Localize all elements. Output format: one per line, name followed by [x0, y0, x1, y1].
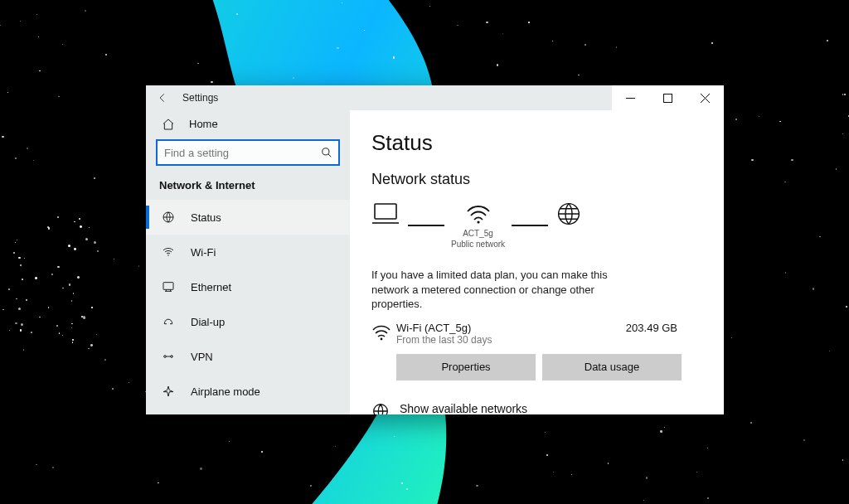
section-heading: Network status: [371, 171, 702, 188]
sidebar-item-label: VPN: [191, 351, 213, 363]
main-panel: Status Network status ACT_5g Pub: [350, 110, 724, 414]
window-controls: [612, 85, 724, 110]
search-input[interactable]: [158, 147, 315, 159]
airplane-icon: [161, 385, 176, 398]
svg-rect-8: [375, 204, 396, 219]
sidebar-item-ethernet[interactable]: Ethernet: [146, 269, 350, 304]
diagram-type: Public network: [451, 240, 505, 249]
settings-window: Settings Home: [146, 85, 724, 414]
svg-point-6: [171, 356, 173, 358]
status-icon: [161, 211, 176, 224]
show-networks-label: Show available networks: [400, 402, 579, 414]
svg-point-3: [167, 255, 168, 256]
sidebar-item-airplane[interactable]: Airplane mode: [146, 374, 350, 409]
network-diagram: ACT_5g Public network: [370, 201, 702, 250]
wifi-signal-icon: [464, 201, 492, 226]
svg-point-1: [323, 148, 329, 155]
page-title: Status: [371, 130, 702, 156]
connection-sub: From the last 30 days: [396, 334, 626, 346]
sidebar-item-label: Status: [191, 211, 221, 224]
sidebar-item-label: Airplane mode: [191, 385, 260, 398]
sidebar-item-status[interactable]: Status: [146, 200, 350, 235]
sidebar: Home Network & Internet Status: [146, 110, 350, 414]
sidebar-item-hotspot[interactable]: Mobile hotspot: [146, 409, 350, 414]
svg-point-5: [164, 356, 167, 358]
connection-name: Wi-Fi (ACT_5g): [396, 322, 626, 334]
show-networks-row[interactable]: Show available networks View the connect…: [371, 402, 702, 414]
home-icon: [161, 118, 176, 131]
dialup-icon: [161, 315, 176, 328]
back-button[interactable]: [146, 85, 179, 110]
sidebar-item-wifi[interactable]: Wi-Fi: [146, 235, 350, 269]
sidebar-heading: Network & Internet: [146, 172, 350, 200]
svg-point-11: [381, 337, 383, 340]
svg-point-9: [477, 220, 479, 223]
sidebar-item-vpn[interactable]: VPN: [146, 339, 350, 374]
home-label: Home: [189, 118, 218, 130]
connection-wifi-icon: [371, 322, 396, 345]
globe-small-icon: [371, 402, 390, 414]
properties-button[interactable]: Properties: [396, 354, 536, 380]
connection-usage: 203.49 GB: [626, 322, 702, 334]
minimize-button[interactable]: [612, 85, 649, 110]
sidebar-item-label: Ethernet: [191, 281, 231, 293]
ethernet-icon: [161, 280, 176, 293]
wifi-icon: [161, 245, 176, 259]
laptop-icon: [370, 201, 401, 226]
description-text: If you have a limited data plan, you can…: [371, 268, 645, 312]
titlebar[interactable]: Settings: [146, 85, 724, 110]
home-nav[interactable]: Home: [146, 110, 350, 138]
sidebar-item-label: Dial-up: [191, 316, 225, 328]
search-icon: [315, 147, 338, 158]
svg-rect-0: [664, 94, 672, 102]
diagram-ssid: ACT_5g: [463, 229, 493, 238]
data-usage-button[interactable]: Data usage: [542, 354, 682, 380]
search-input-wrap[interactable]: [156, 139, 340, 166]
svg-point-12: [374, 404, 388, 414]
vpn-icon: [161, 350, 176, 363]
globe-icon: [555, 201, 583, 226]
connection-row: Wi-Fi (ACT_5g) From the last 30 days 203…: [371, 322, 702, 346]
window-title: Settings: [179, 92, 218, 104]
close-button[interactable]: [686, 85, 724, 110]
svg-rect-4: [163, 283, 173, 290]
sidebar-item-dialup[interactable]: Dial-up: [146, 304, 350, 339]
maximize-button[interactable]: [649, 85, 686, 110]
sidebar-item-label: Wi-Fi: [191, 246, 216, 259]
